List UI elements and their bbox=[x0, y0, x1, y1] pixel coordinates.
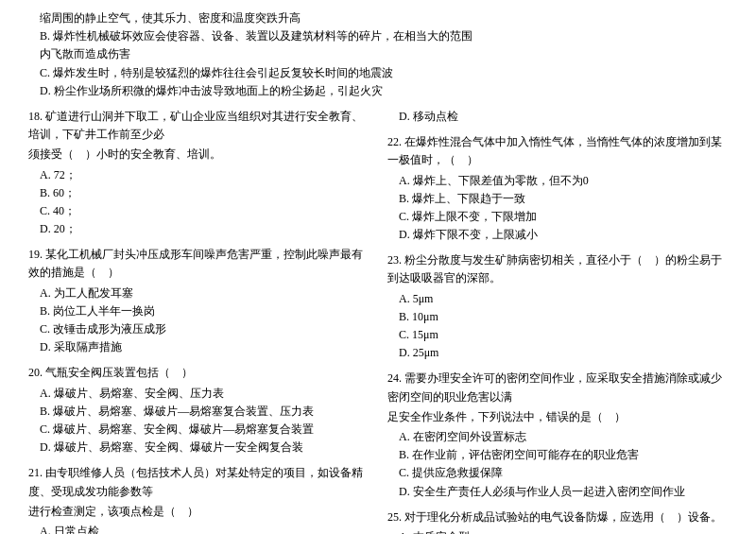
q20-opt-c: C. 爆破片、易熔塞、安全阀、爆破片—易熔塞复合装置 bbox=[40, 421, 369, 439]
q22-opt-d: D. 爆炸下限不变，上限减小 bbox=[399, 226, 728, 244]
q19-title: 19. 某化工机械厂封头冲压成形车间噪声危害严重，控制此噪声最有效的措施是（ ） bbox=[28, 246, 369, 282]
q22-opt-c: C. 爆炸上限不变，下限增加 bbox=[399, 208, 728, 226]
page-content: 缩周围的静止空气，使其乐力、密度和温度突跌升高 B. 爆炸性机械破坏效应会使容器… bbox=[28, 9, 728, 534]
q21-title2: 进行检查测定，该项点检是（ ） bbox=[28, 503, 369, 521]
q24-title2: 足安全作业条件，下列说法中，错误的是（ ） bbox=[387, 408, 728, 426]
q20-title: 20. 气瓶安全阀压装置包括（ ） bbox=[28, 364, 369, 382]
intro-line-2: B. 爆炸性机械破坏效应会使容器、设备、装置以及建筑材料等的碎片，在相当大的范围 bbox=[40, 27, 728, 45]
q23-opt-a: A. 5μm bbox=[399, 290, 728, 308]
question-22: 22. 在爆炸性混合气体中加入惰性气体，当惰性气体的浓度增加到某一极值时，（ ）… bbox=[387, 133, 728, 244]
d-extra: D. 移动点检 bbox=[387, 108, 728, 126]
q23-opt-d: D. 25μm bbox=[399, 344, 728, 362]
q18-title: 18. 矿道进行山洞并下取工，矿山企业应当组织对其进行安全教育、培训，下矿井工作… bbox=[28, 108, 369, 144]
intro-line-4: C. 爆炸发生时，特别是较猛烈的爆炸往往会引起反复较长时间的地震波 bbox=[40, 64, 728, 82]
d-extra-text: D. 移动点检 bbox=[399, 108, 728, 126]
q23-opt-b: B. 10μm bbox=[399, 308, 728, 326]
q19-opt-a: A. 为工人配发耳塞 bbox=[40, 284, 369, 302]
intro-line-3: 内飞散而造成伤害 bbox=[40, 45, 728, 63]
q22-opt-a: A. 爆炸上、下限差值为零散，但不为0 bbox=[399, 172, 728, 190]
q19-opt-c: C. 改锤击成形为液压成形 bbox=[40, 320, 369, 338]
q19-opt-b: B. 岗位工人半年一换岗 bbox=[40, 302, 369, 320]
question-25: 25. 对于理化分析成品试验站的电气设备防爆，应选用（ ）设备。 A. 本质安全… bbox=[387, 508, 728, 534]
q20-opt-b: B. 爆破片、易熔塞、爆破片—易熔塞复合装置、压力表 bbox=[40, 403, 369, 421]
q20-opt-d: D. 爆破片、易熔塞、安全阀、爆破片一安全阀复合装 bbox=[40, 439, 369, 456]
question-19: 19. 某化工机械厂封头冲压成形车间噪声危害严重，控制此噪声最有效的措施是（ ）… bbox=[28, 246, 369, 356]
right-column: D. 移动点检 22. 在爆炸性混合气体中加入惰性气体，当惰性气体的浓度增加到某… bbox=[387, 108, 728, 534]
question-23: 23. 粉尘分散度与发生矿肺病密切相关，直径小于（ ）的粉尘易于到达吸吸器官的深… bbox=[387, 251, 728, 362]
q22-opt-b: B. 爆炸上、下限趋于一致 bbox=[399, 190, 728, 208]
q18-opt-d: D. 20； bbox=[40, 220, 369, 238]
left-column: 18. 矿道进行山洞并下取工，矿山企业应当组织对其进行安全教育、培训，下矿井工作… bbox=[28, 108, 369, 534]
q22-title: 22. 在爆炸性混合气体中加入惰性气体，当惰性气体的浓度增加到某一极值时，（ ） bbox=[387, 133, 728, 169]
q18-opt-c: C. 40； bbox=[40, 202, 369, 220]
question-20: 20. 气瓶安全阀压装置包括（ ） A. 爆破片、易熔塞、安全阀、压力表 B. … bbox=[28, 364, 369, 456]
q20-opt-a: A. 爆破片、易熔塞、安全阀、压力表 bbox=[40, 385, 369, 403]
intro-line-5: D. 粉尘作业场所积微的爆炸冲击波导致地面上的粉尘扬起，引起火灾 bbox=[40, 82, 728, 100]
q21-title: 21. 由专职维修人员（包括技术人员）对某处特定的项目，如设备精度、受现成发功能… bbox=[28, 464, 369, 500]
q18-opt-b: B. 60； bbox=[40, 184, 369, 202]
q23-opt-c: C. 15μm bbox=[399, 326, 728, 344]
q24-opt-c: C. 提供应急救援保障 bbox=[399, 464, 728, 482]
q24-opt-b: B. 在作业前，评估密闭空间可能存在的职业危害 bbox=[399, 446, 728, 464]
q18-opt-a: A. 72； bbox=[40, 166, 369, 184]
intro-line-1: 缩周围的静止空气，使其乐力、密度和温度突跌升高 bbox=[40, 9, 728, 27]
intro-text: 缩周围的静止空气，使其乐力、密度和温度突跌升高 B. 爆炸性机械破坏效应会使容器… bbox=[28, 9, 728, 100]
q24-opt-d: D. 安全生产责任人必须与作业人员一起进入密闭空间作业 bbox=[399, 483, 728, 501]
question-21: 21. 由专职维修人员（包括技术人员）对某处特定的项目，如设备精度、受现成发功能… bbox=[28, 464, 369, 534]
q24-opt-a: A. 在密闭空间外设置标志 bbox=[399, 428, 728, 446]
q18-title2: 须接受（ ）小时的安全教育、培训。 bbox=[28, 146, 369, 164]
q23-title: 23. 粉尘分散度与发生矿肺病密切相关，直径小于（ ）的粉尘易于到达吸吸器官的深… bbox=[387, 251, 728, 287]
q21-opt-a: A. 日常点检 bbox=[40, 523, 369, 534]
question-18: 18. 矿道进行山洞并下取工，矿山企业应当组织对其进行安全教育、培训，下矿井工作… bbox=[28, 108, 369, 238]
q25-opt-a: A. 本质安全型 bbox=[399, 528, 728, 534]
main-columns: 18. 矿道进行山洞并下取工，矿山企业应当组织对其进行安全教育、培训，下矿井工作… bbox=[28, 108, 728, 534]
q19-opt-d: D. 采取隔声措施 bbox=[40, 338, 369, 356]
q24-title: 24. 需要办理安全许可的密闭空间作业，应采取安全措施消除或减少密闭空间的职业危… bbox=[387, 370, 728, 405]
question-24: 24. 需要办理安全许可的密闭空间作业，应采取安全措施消除或减少密闭空间的职业危… bbox=[387, 370, 728, 500]
q25-title: 25. 对于理化分析成品试验站的电气设备防爆，应选用（ ）设备。 bbox=[387, 508, 728, 526]
